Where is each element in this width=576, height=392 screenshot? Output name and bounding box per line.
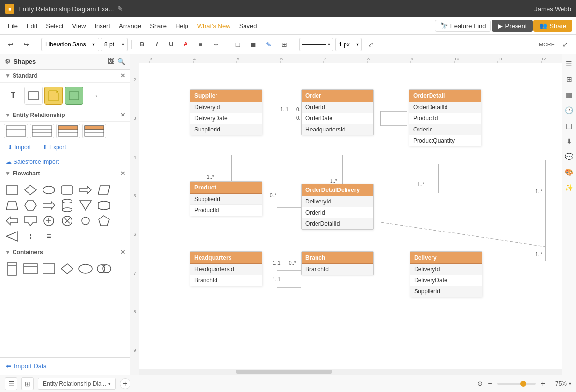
search-icon[interactable]: 🔍 bbox=[117, 58, 125, 65]
table-order-detail[interactable]: OrderDetail OrderDetailId ProductId Orde… bbox=[409, 89, 481, 146]
import-data-bar[interactable]: ⬅ Import Data bbox=[0, 357, 130, 375]
table-supplier[interactable]: Supplier DeliveryId DeliveryDate Supplie… bbox=[190, 89, 262, 135]
close-fc-icon[interactable]: ✕ bbox=[120, 170, 125, 177]
font-size-selector[interactable]: 8 pt ▾ bbox=[101, 38, 128, 51]
er-shape-3[interactable] bbox=[56, 124, 80, 138]
effects-button[interactable]: ⊞ bbox=[277, 38, 291, 51]
menu-edit[interactable]: Edit bbox=[23, 20, 41, 31]
rect-shape[interactable] bbox=[24, 87, 43, 105]
fc-rect[interactable] bbox=[4, 183, 20, 197]
menu-insert[interactable]: Insert bbox=[90, 20, 114, 31]
text-dir-button[interactable]: ↔ bbox=[209, 38, 223, 51]
table-headquarters[interactable]: Headquarters HeadquartersId BranchId bbox=[190, 251, 262, 286]
container-diamond[interactable] bbox=[59, 262, 75, 276]
bold-button[interactable]: B bbox=[136, 38, 148, 51]
palette-icon[interactable]: 🎨 bbox=[563, 166, 575, 178]
fc-small-circle[interactable] bbox=[77, 214, 94, 228]
fc-triangle-down[interactable] bbox=[77, 199, 94, 212]
edit-title-icon[interactable]: ✎ bbox=[117, 5, 123, 13]
zoom-in-button[interactable]: + bbox=[538, 378, 548, 389]
close-section-icon[interactable]: ✕ bbox=[120, 73, 125, 79]
underline-button[interactable]: U bbox=[165, 38, 177, 51]
page-tab[interactable]: Entity Relationship Dia... ▾ bbox=[38, 378, 116, 390]
table-delivery[interactable]: Delivery DeliveryId DeliveryDate Supplie… bbox=[410, 251, 482, 297]
fill-button[interactable]: □ bbox=[231, 38, 245, 51]
fc-diamond[interactable] bbox=[22, 183, 39, 197]
menu-view[interactable]: View bbox=[69, 20, 90, 31]
container-rect[interactable] bbox=[41, 262, 57, 276]
menu-help[interactable]: Help bbox=[172, 20, 192, 31]
section-er[interactable]: ▼ Entity Relationship ✕ bbox=[0, 109, 130, 122]
import-button[interactable]: ⬇ Import bbox=[4, 142, 35, 153]
menu-whats-new[interactable]: What's New bbox=[193, 20, 234, 31]
image-icon[interactable]: 🖼 bbox=[107, 58, 114, 65]
line-style-selector[interactable]: ———— ▾ bbox=[299, 38, 333, 51]
fc-rounded-rect[interactable] bbox=[59, 183, 75, 197]
line-color-button[interactable]: ✎ bbox=[262, 38, 275, 51]
font-color-button[interactable]: A bbox=[179, 38, 192, 51]
section-containers[interactable]: ▼ Containers ✕ bbox=[0, 246, 130, 259]
table-order[interactable]: Order OrderId OrderDate HeadquartersId bbox=[301, 89, 374, 135]
fullscreen-button[interactable]: ⤢ bbox=[559, 38, 572, 51]
list-view-button[interactable]: ☰ bbox=[5, 377, 17, 390]
layers-icon[interactable]: ◫ bbox=[563, 120, 575, 131]
export-button[interactable]: ⬆ Export bbox=[39, 142, 70, 153]
share-button[interactable]: 👥 Share bbox=[533, 20, 572, 32]
add-page-button[interactable]: + bbox=[120, 378, 130, 389]
fc-arrow-right[interactable] bbox=[77, 183, 94, 197]
fc-oval[interactable] bbox=[41, 183, 57, 197]
feature-find-button[interactable]: 🔭 Feature Find bbox=[435, 20, 491, 32]
align-button[interactable]: ≡ bbox=[194, 38, 207, 51]
fc-circle-x[interactable] bbox=[59, 214, 75, 228]
diagram-canvas[interactable]: 1..1 0..1 0..1 1..* 0..* 1..* 1..* 1..* … bbox=[139, 63, 562, 375]
fc-pentagon[interactable] bbox=[96, 214, 112, 228]
section-flowchart[interactable]: ▼ Flowchart ✕ bbox=[0, 167, 130, 180]
arrow-shape[interactable]: → bbox=[85, 87, 103, 105]
er-shape-4[interactable] bbox=[82, 124, 106, 138]
fc-lines-2[interactable]: ≡ bbox=[41, 230, 57, 243]
wand-icon[interactable]: ✨ bbox=[563, 182, 575, 193]
fc-bottom-notch[interactable] bbox=[22, 214, 39, 228]
close-er-icon[interactable]: ✕ bbox=[120, 112, 125, 118]
italic-button[interactable]: I bbox=[150, 38, 163, 51]
colored-rect-shape[interactable] bbox=[65, 87, 83, 105]
close-containers-icon[interactable]: ✕ bbox=[120, 249, 125, 256]
undo-button[interactable]: ↩ bbox=[4, 38, 17, 51]
menu-share[interactable]: Share bbox=[146, 20, 171, 31]
more-button[interactable]: MORE bbox=[536, 38, 558, 51]
er-shape-1[interactable] bbox=[4, 124, 28, 138]
zoom-out-button[interactable]: − bbox=[485, 378, 495, 389]
fc-parallelogram[interactable] bbox=[96, 183, 112, 197]
er-shape-2[interactable] bbox=[30, 124, 54, 138]
fc-circle-plus[interactable] bbox=[41, 214, 57, 228]
gear-icon[interactable]: ⚙ bbox=[5, 58, 11, 65]
fc-tape[interactable] bbox=[96, 199, 112, 212]
canvas-area[interactable]: 345678910111213 23456789 bbox=[130, 54, 562, 375]
note-shape[interactable] bbox=[44, 87, 63, 105]
zoom-slider[interactable] bbox=[497, 383, 536, 385]
fit-page-icon[interactable]: ⊙ bbox=[477, 380, 483, 387]
grid-view-button[interactable]: ⊞ bbox=[21, 377, 34, 390]
container-oval[interactable] bbox=[77, 262, 94, 276]
fc-trapezoid[interactable] bbox=[4, 199, 20, 212]
container-wide[interactable] bbox=[22, 262, 39, 276]
menu-saved[interactable]: Saved bbox=[235, 20, 261, 31]
container-stadium[interactable] bbox=[96, 262, 112, 276]
zoom-slider-thumb[interactable] bbox=[520, 381, 526, 387]
table-branch[interactable]: Branch BranchId bbox=[301, 251, 374, 275]
fc-hexagon[interactable] bbox=[22, 199, 39, 212]
fc-cylinder[interactable] bbox=[59, 199, 75, 212]
section-standard[interactable]: ▼ Standard ✕ bbox=[0, 70, 130, 83]
fc-arrow-left[interactable] bbox=[4, 214, 20, 228]
redo-button[interactable]: ↪ bbox=[19, 38, 33, 51]
table-odd[interactable]: OrderDetailDelivery DeliveryId OrderId O… bbox=[301, 184, 374, 230]
format-icon[interactable]: ▦ bbox=[563, 89, 575, 101]
fc-lines-1[interactable]: ⁞ bbox=[22, 230, 39, 243]
table-product[interactable]: Product SupplierId ProductId bbox=[190, 181, 262, 216]
scrollbar-thumb[interactable] bbox=[236, 370, 332, 374]
fill-color-button[interactable]: ◼ bbox=[246, 38, 260, 51]
menu-arrange[interactable]: Arrange bbox=[115, 20, 145, 31]
container-narrow[interactable] bbox=[4, 262, 20, 276]
canvas-scrollbar-horizontal[interactable] bbox=[139, 369, 562, 375]
pages-icon[interactable]: ☰ bbox=[563, 58, 575, 70]
